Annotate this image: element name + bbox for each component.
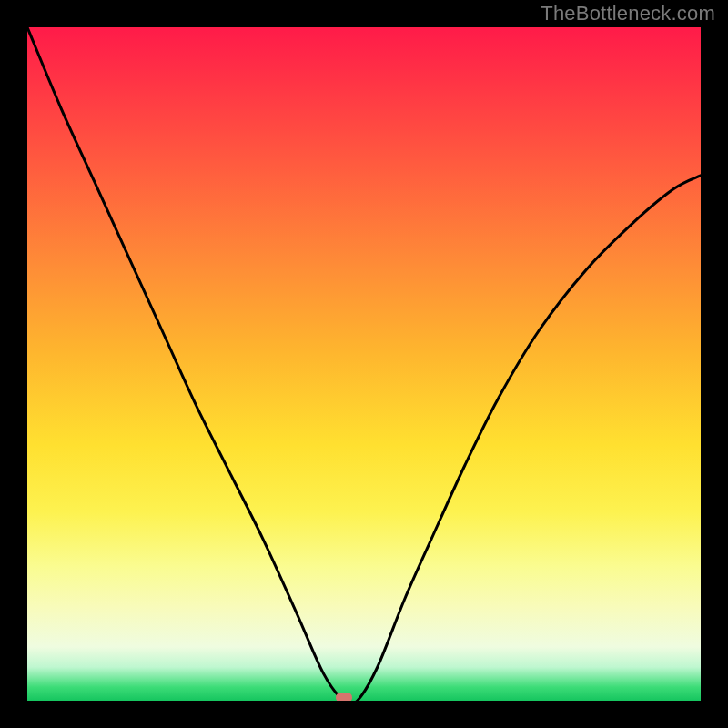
chart-frame: TheBottleneck.com [0, 0, 728, 728]
plot-area [27, 27, 701, 701]
bottleneck-curve [27, 27, 701, 701]
vertex-marker [336, 693, 352, 701]
curve-layer [27, 27, 701, 701]
watermark-text: TheBottleneck.com [541, 2, 715, 25]
